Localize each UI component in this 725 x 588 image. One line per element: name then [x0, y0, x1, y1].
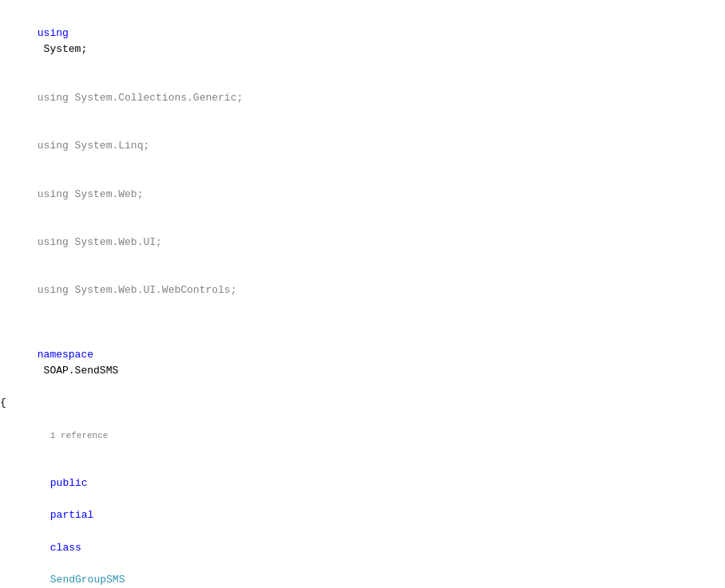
line-using-web: using System.Web; — [0, 170, 725, 218]
kw-using: using — [38, 27, 69, 39]
code-editor: using System; using System.Collections.G… — [0, 6, 725, 588]
line-blank1 — [0, 315, 725, 331]
ns-collections: using System.Collections.Generic; — [38, 92, 243, 104]
line-ref1: 1 reference — [0, 412, 725, 460]
ref-comment-1: 1 reference — [50, 431, 109, 440]
line-using-linq: using System.Linq; — [0, 122, 725, 170]
line-class-decl: public partial class SendGroupSMS : Syst… — [0, 460, 725, 588]
line-using-collections: using System.Collections.Generic; — [0, 74, 725, 122]
line-using-system: using System; — [0, 10, 725, 74]
line-using-webui: using System.Web.UI; — [0, 219, 725, 266]
line-namespace: namespace SOAP.SendSMS — [0, 331, 725, 396]
line-using-webcontrols: using System.Web.UI.WebControls; — [0, 266, 725, 314]
line-brace-open1: { — [0, 395, 725, 411]
